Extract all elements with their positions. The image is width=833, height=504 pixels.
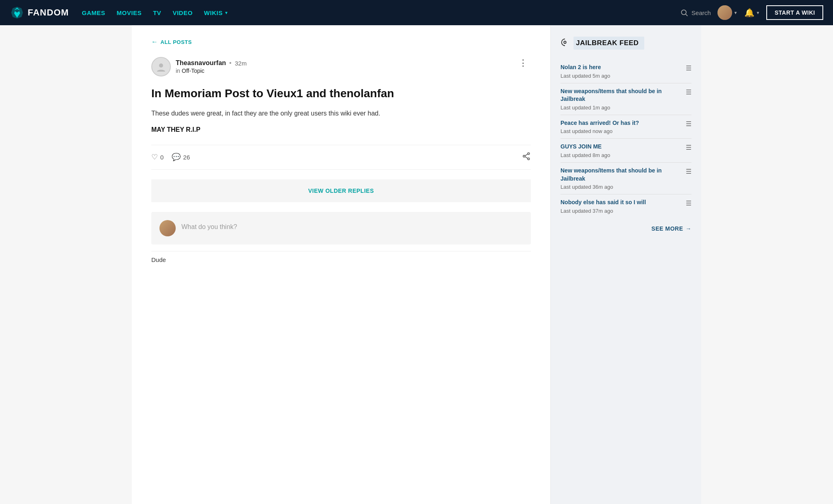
- svg-point-8: [564, 41, 566, 44]
- comment-count: 26: [183, 154, 190, 161]
- feed-item-content: Peace has arrived! Or has it? Last updat…: [560, 119, 639, 135]
- logo-text: FANDOM: [28, 7, 69, 18]
- feed-item-menu-icon[interactable]: ☰: [686, 199, 691, 207]
- author-dot: •: [229, 59, 232, 67]
- post-time: 32m: [235, 60, 246, 67]
- comment-button[interactable]: 💬 26: [172, 153, 190, 161]
- feed-item-time: Last updated 1m ago: [560, 105, 683, 111]
- comment-icon: 💬: [172, 153, 181, 161]
- svg-line-7: [525, 157, 528, 158]
- feed-title: JAILBREAK FEED: [574, 37, 644, 50]
- feed-item-menu-icon[interactable]: ☰: [686, 144, 691, 151]
- feed-item: Nobody else has said it so I will Last u…: [560, 194, 691, 218]
- bell-chevron-icon: ▼: [756, 11, 760, 15]
- feed-item-time: Last updated 36m ago: [560, 184, 683, 190]
- navbar: FANDOM GAMES MOVIES TV VIDEO WIKIS ▼ Sea…: [0, 0, 833, 25]
- back-link-label: ALL POSTS: [161, 39, 192, 45]
- feed-item: New weapons/Items that should be in Jail…: [560, 83, 691, 115]
- post-actions: ♡ 0 💬 26: [151, 145, 531, 170]
- comment-user-avatar: [159, 220, 176, 236]
- back-arrow-icon: ←: [151, 38, 158, 46]
- feed-item-menu-icon[interactable]: ☰: [686, 64, 691, 72]
- feed-item: New weapons/Items that should be in Jail…: [560, 163, 691, 194]
- user-avatar-button[interactable]: ▼: [717, 5, 738, 20]
- svg-line-6: [525, 154, 528, 156]
- main-content: ← ALL POSTS Theasnavourfan • 32m: [132, 25, 551, 504]
- feed-item-menu-icon[interactable]: ☰: [686, 168, 691, 175]
- nav-video[interactable]: VIDEO: [172, 9, 192, 16]
- page-wrap: ← ALL POSTS Theasnavourfan • 32m: [132, 25, 701, 504]
- author-category: in Off-Topic: [176, 68, 246, 74]
- bell-icon: 🔔: [744, 8, 754, 17]
- post-header: Theasnavourfan • 32m in Off-Topic ⋮: [151, 57, 531, 76]
- nav-right: Search ▼ 🔔 ▼ START A WIKI: [680, 5, 823, 20]
- share-svg-icon: [522, 152, 531, 161]
- feed-item-title[interactable]: Nobody else has said it so I will: [560, 199, 646, 207]
- back-link[interactable]: ← ALL POSTS: [151, 38, 531, 46]
- like-count: 0: [160, 154, 164, 161]
- search-bar[interactable]: Search: [680, 9, 711, 17]
- svg-point-3: [528, 153, 530, 155]
- feed-item-title[interactable]: GUYS JOIN ME: [560, 143, 610, 151]
- post-title: In Memoriam Post to Vieux1 and thenolanf…: [151, 86, 531, 101]
- comment-input-placeholder[interactable]: What do you think?: [181, 220, 237, 231]
- fandom-logo-icon: [10, 5, 24, 20]
- feed-item-time: Last updated 8m ago: [560, 152, 610, 158]
- feed-item-time: Last updated 37m ago: [560, 208, 646, 214]
- post-bold-text: MAY THEY R.I.P: [151, 126, 531, 133]
- feed-item-menu-icon[interactable]: ☰: [686, 88, 691, 96]
- feed-item-title[interactable]: New weapons/Items that should be in Jail…: [560, 87, 683, 103]
- sidebar-feed-header: JAILBREAK FEED: [560, 37, 691, 50]
- feed-item-content: New weapons/Items that should be in Jail…: [560, 87, 683, 111]
- nav-movies[interactable]: MOVIES: [117, 9, 142, 16]
- feed-item: GUYS JOIN ME Last updated 8m ago ☰: [560, 139, 691, 163]
- fandom-logo[interactable]: FANDOM: [10, 5, 69, 20]
- see-more-link[interactable]: SEE MORE →: [560, 225, 691, 232]
- nav-tv[interactable]: TV: [153, 9, 161, 16]
- see-more-label: SEE MORE: [652, 225, 683, 232]
- post-menu-button[interactable]: ⋮: [515, 57, 531, 69]
- share-icon: [522, 152, 531, 163]
- post-author-info: Theasnavourfan • 32m in Off-Topic: [151, 57, 246, 76]
- feed-item-title[interactable]: Peace has arrived! Or has it?: [560, 119, 639, 127]
- feed-item-menu-icon[interactable]: ☰: [686, 120, 691, 128]
- comment-preview: Dude: [151, 251, 531, 263]
- feed-item: Nolan 2 is here Last updated 5m ago ☰: [560, 59, 691, 83]
- feed-item-content: Nobody else has said it so I will Last u…: [560, 199, 646, 214]
- svg-point-5: [528, 158, 530, 160]
- svg-point-2: [159, 63, 163, 68]
- feed-item-title[interactable]: New weapons/Items that should be in Jail…: [560, 167, 683, 183]
- author-meta: Theasnavourfan • 32m in Off-Topic: [176, 59, 246, 74]
- author-name-row: Theasnavourfan • 32m: [176, 59, 246, 67]
- notifications-bell[interactable]: 🔔 ▼: [744, 8, 760, 17]
- wikis-dropdown-icon: ▼: [224, 11, 228, 15]
- svg-line-1: [686, 14, 688, 16]
- see-more-arrow-icon: →: [686, 225, 692, 232]
- post-category: Off-Topic: [182, 68, 205, 74]
- feed-item-title[interactable]: Nolan 2 is here: [560, 63, 610, 72]
- user-chevron-icon: ▼: [734, 11, 738, 15]
- start-wiki-button[interactable]: START A WIKI: [766, 5, 823, 20]
- share-button[interactable]: [522, 152, 531, 163]
- sidebar: JAILBREAK FEED Nolan 2 is here Last upda…: [551, 25, 701, 504]
- post-body: These dudes were great, in fact they are…: [151, 108, 531, 119]
- view-older-replies-button[interactable]: VIEW OLDER REPLIES: [151, 179, 531, 202]
- post-author-avatar: [151, 57, 171, 76]
- nav-wikis[interactable]: WIKIS ▼: [204, 9, 229, 16]
- comment-box[interactable]: What do you think?: [151, 212, 531, 244]
- feed-items-list: Nolan 2 is here Last updated 5m ago ☰ Ne…: [560, 59, 691, 218]
- feed-item: Peace has arrived! Or has it? Last updat…: [560, 115, 691, 139]
- author-name: Theasnavourfan: [176, 59, 226, 67]
- like-button[interactable]: ♡ 0: [151, 153, 164, 161]
- nav-links: GAMES MOVIES TV VIDEO WIKIS ▼: [82, 9, 228, 16]
- feed-item-content: New weapons/Items that should be in Jail…: [560, 167, 683, 190]
- search-label: Search: [691, 9, 711, 16]
- avatar: [717, 5, 732, 20]
- rss-icon: [560, 38, 569, 47]
- svg-point-4: [523, 155, 525, 157]
- feed-item-content: GUYS JOIN ME Last updated 8m ago: [560, 143, 610, 158]
- default-avatar-icon: [155, 61, 167, 72]
- nav-games[interactable]: GAMES: [82, 9, 105, 16]
- svg-point-0: [681, 10, 686, 15]
- feed-item-time: Last updated 5m ago: [560, 73, 610, 79]
